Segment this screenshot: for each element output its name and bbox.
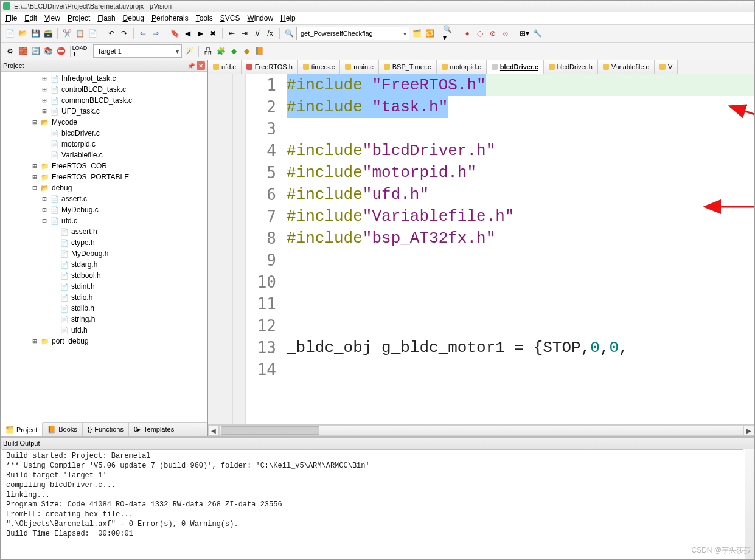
- menu-debug[interactable]: Debug: [123, 14, 144, 22]
- cut-icon[interactable]: ✂️: [61, 28, 72, 39]
- menu-help[interactable]: Help: [280, 14, 296, 22]
- bp-disable-icon[interactable]: ◌: [475, 28, 485, 39]
- bp-kill-icon[interactable]: ⊘: [487, 28, 498, 39]
- tree-item[interactable]: ⊞controlBLCD_task.c: [2, 84, 206, 95]
- manage-project-icon[interactable]: 品: [203, 46, 214, 57]
- tree-item[interactable]: blcdDriver.c: [2, 128, 206, 139]
- tree-twisty-icon[interactable]: ⊞: [41, 107, 48, 116]
- bookmark-icon[interactable]: 🔖: [169, 28, 180, 39]
- editor-tab[interactable]: FreeRTOS.h: [242, 60, 298, 74]
- tree-item[interactable]: ufd.h: [2, 325, 206, 336]
- find-combo[interactable]: get_PowerselfCheckflag: [296, 27, 409, 40]
- pane-tab-project[interactable]: 🗂️Project: [1, 422, 43, 436]
- tree-twisty-icon[interactable]: ⊞: [41, 74, 48, 83]
- tree-item[interactable]: MyDebug.h: [2, 248, 206, 259]
- pin-icon[interactable]: 📌: [187, 61, 195, 70]
- tree-item[interactable]: ⊟Mycode: [2, 117, 206, 128]
- tree-item[interactable]: string.h: [2, 314, 206, 325]
- tree-item[interactable]: ⊟ufd.c: [2, 215, 206, 226]
- editor-tab[interactable]: timers.c: [298, 60, 341, 74]
- tree-item[interactable]: stdlib.h: [2, 303, 206, 314]
- select-pack-icon[interactable]: ◆: [228, 46, 239, 57]
- manage-rte-icon[interactable]: 🧩: [215, 46, 226, 57]
- nav-fwd-icon[interactable]: ⇒: [150, 28, 161, 39]
- bp-toggle-icon[interactable]: ●: [462, 28, 473, 39]
- tree-item[interactable]: stdint.h: [2, 281, 206, 292]
- open-file-icon[interactable]: 📂: [17, 28, 28, 39]
- editor-tab[interactable]: motorpid.c: [437, 60, 487, 74]
- pack-installer-icon[interactable]: ◆: [241, 46, 252, 57]
- menu-project[interactable]: Project: [68, 14, 90, 22]
- save-icon[interactable]: 💾: [30, 28, 41, 39]
- editor-tabs[interactable]: ufd.cFreeRTOS.htimers.cmain.cBSP_Timer.c…: [208, 60, 754, 74]
- tree-twisty-icon[interactable]: ⊞: [41, 206, 48, 214]
- tree-item[interactable]: ⊞Infredprot_task.c: [2, 73, 206, 84]
- tree-twisty-icon[interactable]: ⊞: [31, 173, 38, 181]
- tree-item[interactable]: ⊞FreeRTOS_COR: [2, 161, 206, 171]
- bookmark-clear-icon[interactable]: ✖: [207, 28, 218, 39]
- tree-item[interactable]: ⊞UFD_task.c: [2, 106, 206, 117]
- pane-tab-books[interactable]: 📙Books: [43, 423, 83, 436]
- tree-twisty-icon[interactable]: ⊟: [31, 184, 38, 192]
- editor-tab[interactable]: ufd.c: [208, 60, 242, 74]
- tree-item[interactable]: ⊞assert.c: [2, 193, 206, 204]
- tree-twisty-icon[interactable]: ⊞: [41, 96, 48, 105]
- close-icon[interactable]: ✕: [197, 61, 205, 70]
- menu-view[interactable]: View: [44, 14, 60, 22]
- menu-svcs[interactable]: SVCS: [220, 14, 240, 22]
- find-icon[interactable]: 🔍: [284, 28, 294, 39]
- project-tree[interactable]: ⊞Infredprot_task.c⊞controlBLCD_task.c⊞co…: [1, 72, 207, 422]
- build-icon[interactable]: 🧱: [17, 46, 28, 57]
- scroll-left-icon[interactable]: ◀: [208, 425, 219, 436]
- marker-margin[interactable]: [233, 74, 246, 424]
- tree-item[interactable]: ⊞port_debug: [2, 336, 206, 347]
- bp-killall-icon[interactable]: ⦸: [500, 28, 511, 39]
- tree-item[interactable]: motorpid.c: [2, 139, 206, 150]
- editor-tab[interactable]: Variablefile.c: [598, 60, 655, 74]
- tree-twisty-icon[interactable]: ⊞: [41, 195, 48, 203]
- paste-icon[interactable]: 📄: [87, 28, 98, 39]
- tree-item[interactable]: assert.h: [2, 226, 206, 237]
- comment-icon[interactable]: //: [252, 28, 263, 39]
- tree-item[interactable]: ⊞FreeRTOS_PORTABLE: [2, 171, 206, 182]
- books-icon[interactable]: 📙: [254, 46, 265, 57]
- menu-edit[interactable]: Edit: [24, 14, 37, 22]
- stop-build-icon[interactable]: ⛔: [55, 46, 66, 57]
- window-layout-icon[interactable]: ⊞▾: [519, 28, 530, 39]
- tree-item[interactable]: ⊟debug: [2, 182, 206, 193]
- bookmark-prev-icon[interactable]: ◀: [182, 28, 193, 39]
- batch-build-icon[interactable]: 📚: [43, 46, 54, 57]
- target-combo[interactable]: Target 1: [93, 44, 182, 58]
- code-editor[interactable]: 1234567891011121314 #include "FreeRTOS.h…: [208, 74, 754, 424]
- tree-item[interactable]: ⊞commonBLCD_task.c: [2, 95, 206, 106]
- tree-item[interactable]: stdarg.h: [2, 259, 206, 270]
- editor-hscroll[interactable]: ◀ ▶: [208, 424, 754, 436]
- uncomment-icon[interactable]: /x: [265, 28, 276, 39]
- pane-tab-templates[interactable]: 0▸Templates: [129, 423, 179, 436]
- build-output-body[interactable]: Build started: Project: Baremetal *** Us…: [2, 449, 743, 558]
- code-body[interactable]: #include "FreeRTOS.h"#include "task.h" #…: [280, 74, 754, 424]
- hscroll-thumb[interactable]: [221, 426, 319, 435]
- indent-in-icon[interactable]: ⇥: [239, 28, 250, 39]
- tree-twisty-icon[interactable]: ⊟: [31, 118, 38, 126]
- target-options-icon[interactable]: 🪄: [184, 46, 195, 57]
- copy-icon[interactable]: 📋: [74, 28, 85, 39]
- new-file-icon[interactable]: 📄: [4, 28, 15, 39]
- tree-twisty-icon[interactable]: ⊟: [41, 216, 48, 225]
- find-in-files-icon[interactable]: 🗂️: [411, 28, 422, 39]
- indent-out-icon[interactable]: ⇤: [226, 28, 237, 39]
- download-icon[interactable]: LOAD⬇: [74, 46, 85, 57]
- bookmark-margin[interactable]: [208, 74, 233, 424]
- scroll-right-icon[interactable]: ▶: [743, 425, 754, 436]
- editor-tab[interactable]: BSP_Timer.c: [379, 60, 437, 74]
- tree-item[interactable]: ⊞MyDebug.c: [2, 204, 206, 215]
- translate-icon[interactable]: ⚙: [4, 46, 15, 57]
- menu-window[interactable]: Window: [247, 14, 273, 22]
- project-pane-tabs[interactable]: 🗂️Project📙Books{}Functions0▸Templates: [1, 422, 207, 436]
- editor-tab[interactable]: main.c: [340, 60, 378, 74]
- menu-tools[interactable]: Tools: [196, 14, 213, 22]
- tree-item[interactable]: ctype.h: [2, 237, 206, 248]
- pane-tab-functions[interactable]: {}Functions: [83, 423, 129, 436]
- rebuild-icon[interactable]: 🔄: [30, 46, 41, 57]
- menu-file[interactable]: File: [5, 14, 17, 22]
